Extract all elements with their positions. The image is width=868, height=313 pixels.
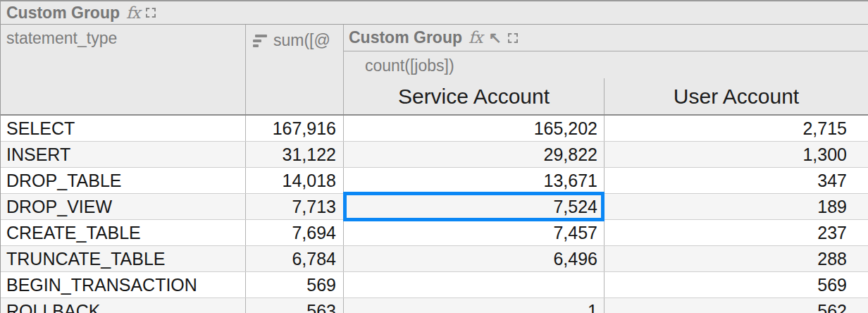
column-header-statement-type[interactable]: statement_type bbox=[1, 25, 246, 114]
user-account-cell[interactable]: 189 bbox=[604, 194, 868, 219]
total-cell[interactable]: 569 bbox=[246, 272, 344, 297]
row-label-cell[interactable]: DROP_VIEW bbox=[1, 194, 246, 219]
row-label-cell[interactable]: ROLLBACK bbox=[1, 298, 246, 313]
row-group-header[interactable]: Custom Group fx bbox=[1, 1, 868, 25]
sort-descending-icon[interactable] bbox=[253, 31, 267, 47]
row-label-cell[interactable]: TRUNCATE_TABLE bbox=[1, 246, 246, 271]
total-cell[interactable]: 6,784 bbox=[246, 246, 344, 271]
service-account-cell[interactable] bbox=[344, 272, 604, 297]
pivot-header-section: Custom Group fx ↖ count([jobs]) Service … bbox=[344, 25, 868, 114]
pivot-table: Custom Group fx statement_type sum([@ Cu… bbox=[0, 0, 868, 313]
fx-function-icon: fx bbox=[126, 5, 140, 21]
service-account-cell[interactable]: 165,202 bbox=[344, 116, 604, 141]
total-cell[interactable]: 563 bbox=[246, 298, 344, 313]
arrow-up-left-icon: ↖ bbox=[488, 30, 501, 46]
selection-rect-icon bbox=[146, 8, 156, 18]
table-row: SELECT167,916165,2022,715 bbox=[1, 116, 868, 142]
row-label-cell[interactable]: CREATE_TABLE bbox=[1, 220, 246, 245]
table-row: CREATE_TABLE7,6947,457237 bbox=[1, 220, 868, 246]
table-row: INSERT31,12229,8221,300 bbox=[1, 142, 868, 168]
table-row: DROP_TABLE14,01813,671347 bbox=[1, 168, 868, 194]
custom-group-label: Custom Group bbox=[6, 5, 120, 21]
table-body: SELECT167,916165,2022,715INSERT31,12229,… bbox=[1, 116, 868, 313]
selected-cell-outline bbox=[343, 192, 604, 221]
user-account-cell[interactable]: 237 bbox=[604, 220, 868, 245]
user-account-cell[interactable]: 569 bbox=[604, 272, 868, 297]
row-label-cell[interactable]: BEGIN_TRANSACTION bbox=[1, 272, 246, 297]
table-row: BEGIN_TRANSACTION569569 bbox=[1, 272, 868, 298]
total-cell[interactable]: 7,713 bbox=[246, 194, 344, 219]
row-label-cell[interactable]: INSERT bbox=[1, 142, 246, 167]
service-account-cell[interactable]: 6,496 bbox=[344, 246, 604, 271]
column-group-header[interactable]: Custom Group fx ↖ bbox=[344, 25, 868, 51]
row-label-cell[interactable]: DROP_TABLE bbox=[1, 168, 246, 193]
statement-type-field-label: statement_type bbox=[6, 29, 117, 47]
total-cell[interactable]: 31,122 bbox=[246, 142, 344, 167]
custom-group-label: Custom Group bbox=[349, 30, 462, 46]
user-account-cell[interactable]: 347 bbox=[604, 168, 868, 193]
total-cell[interactable]: 167,916 bbox=[246, 116, 344, 141]
service-account-cell[interactable]: 1 bbox=[344, 298, 604, 313]
table-header: statement_type sum([@ Custom Group fx ↖ … bbox=[1, 25, 868, 116]
column-header-user-account[interactable]: User Account bbox=[604, 78, 868, 114]
user-account-cell[interactable]: 562 bbox=[604, 298, 868, 313]
total-cell[interactable]: 7,694 bbox=[246, 220, 344, 245]
selection-rect-icon bbox=[508, 33, 518, 43]
table-row: DROP_VIEW7,7137,524189 bbox=[1, 194, 868, 220]
service-account-cell[interactable]: 7,524 bbox=[344, 194, 604, 219]
column-header-service-account[interactable]: Service Account bbox=[344, 78, 604, 114]
fx-function-icon: fx bbox=[469, 30, 482, 46]
service-account-cell[interactable]: 7,457 bbox=[344, 220, 604, 245]
table-row: TRUNCATE_TABLE6,7846,496288 bbox=[1, 246, 868, 272]
service-account-cell[interactable]: 29,822 bbox=[344, 142, 604, 167]
pivot-column-labels: Service Account User Account bbox=[344, 78, 868, 114]
measure-label: count([jobs]) bbox=[344, 51, 868, 78]
user-account-cell[interactable]: 2,715 bbox=[604, 116, 868, 141]
total-cell[interactable]: 14,018 bbox=[246, 168, 344, 193]
service-account-cell[interactable]: 13,671 bbox=[344, 168, 604, 193]
table-row: ROLLBACK5631562 bbox=[1, 298, 868, 313]
user-account-cell[interactable]: 288 bbox=[604, 246, 868, 271]
user-account-cell[interactable]: 1,300 bbox=[604, 142, 868, 167]
column-header-sum[interactable]: sum([@ bbox=[246, 25, 344, 114]
row-label-cell[interactable]: SELECT bbox=[1, 116, 246, 141]
sum-field-label: sum([@ bbox=[273, 31, 330, 50]
